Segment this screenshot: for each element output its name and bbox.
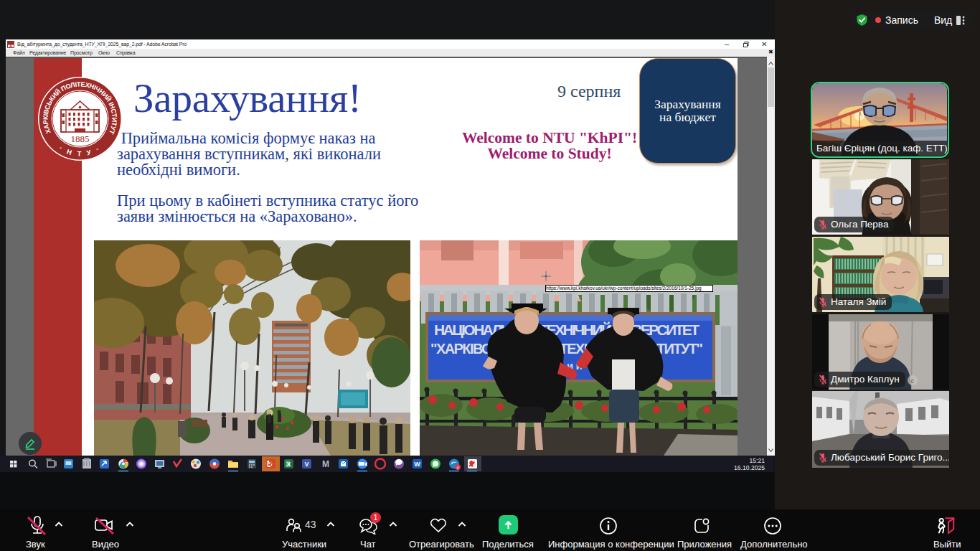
svg-text:"ХАРКІВСЬКИЙ ПОЛІТЕХНІЧНИЙ ІНС: "ХАРКІВСЬКИЙ ПОЛІТЕХНІЧНИЙ ІНСТИТУТ" [430, 340, 703, 357]
svg-text:1885: 1885 [71, 133, 90, 144]
svg-text:16.10.2025: 16.10.2025 [734, 464, 765, 471]
svg-text:15:21: 15:21 [749, 457, 765, 464]
svg-text:НАЦІОНАЛЬНИЙ ТЕХНІЧНИЙ УНІВЕРС: НАЦІОНАЛЬНИЙ ТЕХНІЧНИЙ УНІВЕРСИТЕТ [434, 321, 699, 338]
svg-text:c: c [911, 377, 915, 385]
svg-text:P: P [267, 461, 270, 466]
svg-text:W: W [414, 461, 420, 468]
svg-text:4: 4 [456, 466, 458, 470]
svg-text:X: X [286, 461, 291, 468]
svg-text:M: M [322, 459, 329, 469]
svg-text:V: V [304, 461, 308, 468]
